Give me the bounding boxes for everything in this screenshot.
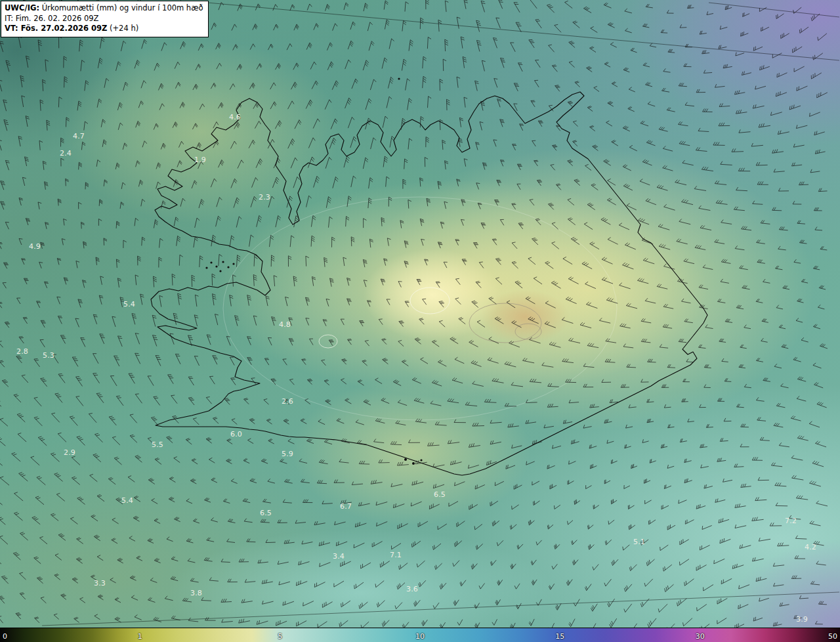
title-box: UWC/IG: Úrkomumætti (mm) og vindur í 100… xyxy=(1,1,209,37)
colorbar-tick-label: 10 xyxy=(415,632,425,641)
precip-value-label: 5.3 xyxy=(43,351,54,360)
precip-value-label: 6.7 xyxy=(340,502,352,511)
valid-time-line: VT: Fös. 27.02.2026 09Z (+24 h) xyxy=(5,24,203,34)
precip-value-label: 4.9 xyxy=(29,242,41,251)
precip-value-label: 5.4 xyxy=(121,496,133,505)
precip-value-label: 5.5 xyxy=(152,440,163,449)
lead-time: (+24 h) xyxy=(107,24,138,33)
forecast-map: 4.64.72.41.92.34.95.44.82.85.32.66.05.52… xyxy=(0,0,840,628)
weather-chart-app: 4.64.72.41.92.34.95.44.82.85.32.66.05.52… xyxy=(0,0,840,642)
init-time: IT: Fim. 26. 02. 2026 09Z xyxy=(5,14,203,24)
precip-value-label: 2.4 xyxy=(60,149,72,158)
precip-value-label: 3.3 xyxy=(94,579,106,588)
product-title: Úrkomumætti (mm) og vindur í 100m hæð xyxy=(39,3,203,12)
precip-value-label: 3.9 xyxy=(796,615,808,624)
wind-barbs xyxy=(0,0,828,628)
precip-value-label: 5.9 xyxy=(282,450,293,458)
precip-value-label: 3.8 xyxy=(190,589,202,597)
precip-value-label: 2.6 xyxy=(282,397,293,406)
colorbar-tick-label: 0 xyxy=(3,632,7,641)
precip-value-label: 5.4 xyxy=(123,300,135,309)
precip-value-label: 2.9 xyxy=(64,448,75,457)
colorbar-tick-label: 30 xyxy=(696,632,705,641)
colorbar: 01510153050 xyxy=(0,628,840,642)
precip-value-label: 7.2 xyxy=(785,517,797,525)
colorbar-tick-label: 50 xyxy=(828,632,837,641)
valid-time: VT: Fös. 27.02.2026 09Z xyxy=(5,24,107,33)
precip-value-label: 3.4 xyxy=(333,552,345,561)
precip-value-label: 1.9 xyxy=(194,156,206,164)
colorbar-tick-label: 1 xyxy=(138,632,142,641)
colorbar-tick-label: 15 xyxy=(555,632,564,641)
product-id: UWC/IG: xyxy=(5,3,39,12)
wind-barbs-layer xyxy=(0,0,840,628)
precip-value-label: 4.8 xyxy=(279,320,291,329)
precip-value-label: 6.5 xyxy=(434,490,446,499)
product-title-line: UWC/IG: Úrkomumætti (mm) og vindur í 100… xyxy=(5,3,203,14)
precip-value-label: 4.7 xyxy=(73,132,85,140)
precip-value-label: 2.3 xyxy=(259,193,270,202)
precip-value-label: 7.1 xyxy=(390,551,402,559)
precip-value-label: 4.6 xyxy=(229,113,241,121)
precip-value-label: 4.2 xyxy=(805,543,816,551)
precip-value-label: 5.1 xyxy=(633,538,645,546)
precip-value-label: 3.6 xyxy=(406,585,418,593)
colorbar-tick-label: 5 xyxy=(278,632,282,641)
precip-value-label: 2.8 xyxy=(16,347,28,356)
precip-value-label: 6.5 xyxy=(260,509,272,517)
precip-value-label: 6.0 xyxy=(230,430,242,439)
